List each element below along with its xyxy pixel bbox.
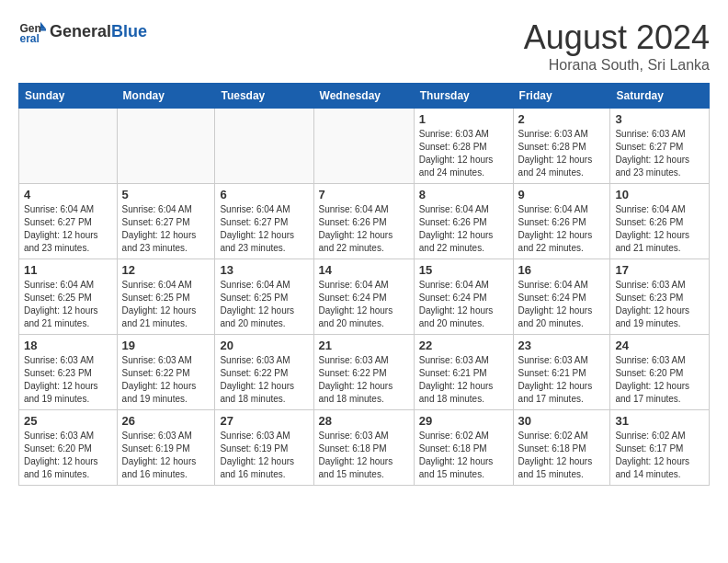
calendar-cell: 5Sunrise: 6:04 AM Sunset: 6:27 PM Daylig…	[117, 184, 215, 259]
location-subtitle: Horana South, Sri Lanka	[524, 57, 710, 74]
day-number: 7	[319, 188, 409, 201]
calendar-week-3: 11Sunrise: 6:04 AM Sunset: 6:25 PM Dayli…	[19, 259, 710, 335]
day-info: Sunrise: 6:04 AM Sunset: 6:26 PM Dayligh…	[319, 203, 409, 255]
calendar-week-1: 1Sunrise: 6:03 AM Sunset: 6:28 PM Daylig…	[19, 109, 710, 184]
day-info: Sunrise: 6:04 AM Sunset: 6:27 PM Dayligh…	[24, 203, 112, 255]
day-number: 15	[419, 263, 508, 277]
calendar-cell: 19Sunrise: 6:03 AM Sunset: 6:22 PM Dayli…	[117, 335, 215, 410]
calendar-cell	[19, 109, 118, 184]
day-info: Sunrise: 6:03 AM Sunset: 6:18 PM Dayligh…	[319, 430, 409, 481]
day-info: Sunrise: 6:04 AM Sunset: 6:25 PM Dayligh…	[122, 279, 210, 330]
calendar-cell: 29Sunrise: 6:02 AM Sunset: 6:18 PM Dayli…	[414, 410, 513, 486]
day-number: 11	[24, 263, 112, 277]
day-info: Sunrise: 6:03 AM Sunset: 6:27 PM Dayligh…	[615, 128, 704, 179]
day-number: 19	[122, 339, 210, 352]
calendar-cell: 7Sunrise: 6:04 AM Sunset: 6:26 PM Daylig…	[313, 184, 414, 259]
day-info: Sunrise: 6:03 AM Sunset: 6:19 PM Dayligh…	[220, 430, 308, 481]
calendar-header-row: SundayMondayTuesdayWednesdayThursdayFrid…	[19, 84, 710, 109]
calendar-cell: 13Sunrise: 6:04 AM Sunset: 6:25 PM Dayli…	[215, 259, 313, 335]
day-info: Sunrise: 6:04 AM Sunset: 6:24 PM Dayligh…	[518, 279, 606, 330]
calendar-cell: 1Sunrise: 6:03 AM Sunset: 6:28 PM Daylig…	[414, 109, 513, 184]
day-info: Sunrise: 6:04 AM Sunset: 6:26 PM Dayligh…	[518, 203, 606, 255]
calendar-cell: 8Sunrise: 6:04 AM Sunset: 6:26 PM Daylig…	[414, 184, 513, 259]
day-info: Sunrise: 6:04 AM Sunset: 6:24 PM Dayligh…	[419, 279, 508, 330]
calendar-cell: 16Sunrise: 6:04 AM Sunset: 6:24 PM Dayli…	[513, 259, 610, 335]
weekday-header-tuesday: Tuesday	[215, 84, 313, 109]
day-number: 17	[615, 263, 704, 277]
page-header: Gen eral GeneralBlue August 2024 Horana …	[18, 18, 710, 74]
day-number: 22	[419, 339, 508, 352]
day-number: 12	[122, 263, 210, 277]
day-info: Sunrise: 6:03 AM Sunset: 6:21 PM Dayligh…	[518, 354, 606, 406]
weekday-header-thursday: Thursday	[414, 84, 513, 109]
calendar-cell	[313, 109, 414, 184]
day-number: 3	[615, 112, 704, 126]
day-number: 26	[122, 414, 210, 428]
day-info: Sunrise: 6:04 AM Sunset: 6:27 PM Dayligh…	[220, 203, 308, 255]
calendar-cell: 21Sunrise: 6:03 AM Sunset: 6:22 PM Dayli…	[313, 335, 414, 410]
day-info: Sunrise: 6:04 AM Sunset: 6:25 PM Dayligh…	[24, 279, 112, 330]
day-number: 6	[220, 188, 308, 201]
day-info: Sunrise: 6:03 AM Sunset: 6:23 PM Dayligh…	[615, 279, 704, 330]
weekday-header-sunday: Sunday	[19, 84, 118, 109]
calendar-cell: 2Sunrise: 6:03 AM Sunset: 6:28 PM Daylig…	[513, 109, 610, 184]
logo-text-line1: GeneralBlue	[50, 23, 147, 41]
logo-icon: Gen eral	[18, 18, 46, 46]
day-number: 13	[220, 263, 308, 277]
calendar-cell: 6Sunrise: 6:04 AM Sunset: 6:27 PM Daylig…	[215, 184, 313, 259]
calendar-cell: 9Sunrise: 6:04 AM Sunset: 6:26 PM Daylig…	[513, 184, 610, 259]
calendar-cell: 27Sunrise: 6:03 AM Sunset: 6:19 PM Dayli…	[215, 410, 313, 486]
weekday-header-friday: Friday	[513, 84, 610, 109]
day-number: 25	[24, 414, 112, 428]
calendar-cell	[117, 109, 215, 184]
day-info: Sunrise: 6:02 AM Sunset: 6:18 PM Dayligh…	[419, 430, 508, 481]
day-info: Sunrise: 6:04 AM Sunset: 6:24 PM Dayligh…	[319, 279, 409, 330]
logo: Gen eral GeneralBlue	[18, 18, 147, 46]
svg-rect-3	[40, 29, 46, 30]
svg-text:eral: eral	[20, 32, 40, 45]
day-info: Sunrise: 6:04 AM Sunset: 6:26 PM Dayligh…	[419, 203, 508, 255]
day-info: Sunrise: 6:03 AM Sunset: 6:23 PM Dayligh…	[24, 354, 112, 406]
day-number: 1	[419, 112, 508, 126]
day-info: Sunrise: 6:03 AM Sunset: 6:22 PM Dayligh…	[319, 354, 409, 406]
day-number: 28	[319, 414, 409, 428]
calendar-week-5: 25Sunrise: 6:03 AM Sunset: 6:20 PM Dayli…	[19, 410, 710, 486]
day-info: Sunrise: 6:03 AM Sunset: 6:20 PM Dayligh…	[615, 354, 704, 406]
day-info: Sunrise: 6:02 AM Sunset: 6:17 PM Dayligh…	[615, 430, 704, 481]
calendar-week-4: 18Sunrise: 6:03 AM Sunset: 6:23 PM Dayli…	[19, 335, 710, 410]
day-number: 10	[615, 188, 704, 201]
day-number: 21	[319, 339, 409, 352]
day-info: Sunrise: 6:03 AM Sunset: 6:22 PM Dayligh…	[122, 354, 210, 406]
calendar-cell	[215, 109, 313, 184]
day-number: 23	[518, 339, 606, 352]
day-info: Sunrise: 6:03 AM Sunset: 6:21 PM Dayligh…	[419, 354, 508, 406]
day-info: Sunrise: 6:03 AM Sunset: 6:20 PM Dayligh…	[24, 430, 112, 481]
calendar-cell: 23Sunrise: 6:03 AM Sunset: 6:21 PM Dayli…	[513, 335, 610, 410]
day-info: Sunrise: 6:03 AM Sunset: 6:19 PM Dayligh…	[122, 430, 210, 481]
calendar-cell: 4Sunrise: 6:04 AM Sunset: 6:27 PM Daylig…	[19, 184, 118, 259]
calendar-cell: 24Sunrise: 6:03 AM Sunset: 6:20 PM Dayli…	[610, 335, 710, 410]
svg-marker-2	[40, 22, 46, 29]
day-number: 29	[419, 414, 508, 428]
day-number: 2	[518, 112, 606, 126]
day-number: 20	[220, 339, 308, 352]
calendar-cell: 22Sunrise: 6:03 AM Sunset: 6:21 PM Dayli…	[414, 335, 513, 410]
day-number: 24	[615, 339, 704, 352]
calendar-cell: 15Sunrise: 6:04 AM Sunset: 6:24 PM Dayli…	[414, 259, 513, 335]
day-number: 27	[220, 414, 308, 428]
calendar-body: 1Sunrise: 6:03 AM Sunset: 6:28 PM Daylig…	[19, 109, 710, 486]
title-area: August 2024 Horana South, Sri Lanka	[524, 18, 710, 74]
day-number: 14	[319, 263, 409, 277]
calendar-cell: 25Sunrise: 6:03 AM Sunset: 6:20 PM Dayli…	[19, 410, 118, 486]
day-info: Sunrise: 6:03 AM Sunset: 6:22 PM Dayligh…	[220, 354, 308, 406]
day-number: 30	[518, 414, 606, 428]
calendar-table: SundayMondayTuesdayWednesdayThursdayFrid…	[18, 83, 710, 486]
day-number: 16	[518, 263, 606, 277]
calendar-cell: 17Sunrise: 6:03 AM Sunset: 6:23 PM Dayli…	[610, 259, 710, 335]
day-info: Sunrise: 6:03 AM Sunset: 6:28 PM Dayligh…	[419, 128, 508, 179]
calendar-cell: 26Sunrise: 6:03 AM Sunset: 6:19 PM Dayli…	[117, 410, 215, 486]
calendar-cell: 20Sunrise: 6:03 AM Sunset: 6:22 PM Dayli…	[215, 335, 313, 410]
day-info: Sunrise: 6:02 AM Sunset: 6:18 PM Dayligh…	[518, 430, 606, 481]
calendar-cell: 12Sunrise: 6:04 AM Sunset: 6:25 PM Dayli…	[117, 259, 215, 335]
day-number: 8	[419, 188, 508, 201]
